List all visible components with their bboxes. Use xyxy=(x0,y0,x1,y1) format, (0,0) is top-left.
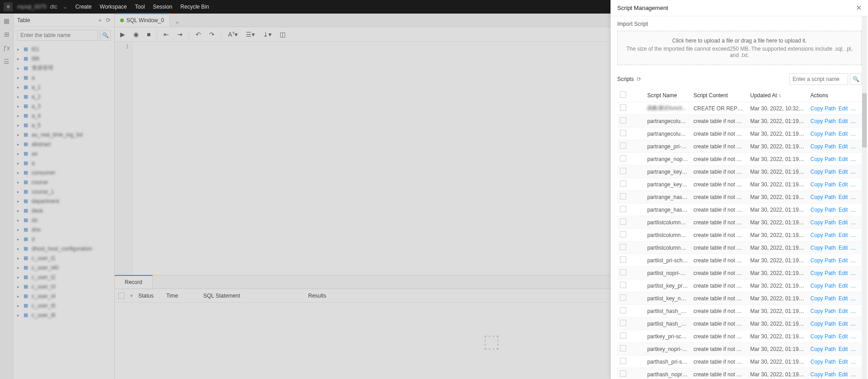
copy-path-link[interactable]: Copy Path xyxy=(811,207,836,213)
script-row[interactable]: partlist_pri-sche...create table if not … xyxy=(617,254,862,267)
copy-path-link[interactable]: Copy Path xyxy=(811,371,836,378)
copy-path-link[interactable]: Copy Path xyxy=(811,257,836,264)
script-row[interactable]: partlistcolumns_p...create table if not … xyxy=(617,229,862,242)
script-row[interactable]: partrange_key_pri...create table if not … xyxy=(617,166,862,178)
rail-task-icon[interactable]: ☰ xyxy=(4,58,9,65)
more-actions-icon[interactable]: … xyxy=(850,321,856,327)
more-actions-icon[interactable]: … xyxy=(850,371,856,378)
table-tree[interactable]: ▸t01▸t99▸资源管理▸a▸a_1▸a_2▸a_3▸a_4▸a_5▸au_r… xyxy=(14,43,114,379)
script-row[interactable]: parthash_pri-sch...create table if not e… xyxy=(617,355,862,368)
row-checkbox[interactable] xyxy=(620,332,626,339)
table-item[interactable]: ▸t01 xyxy=(14,44,114,54)
col-script-content[interactable]: Script Content xyxy=(691,89,748,102)
row-checkbox[interactable] xyxy=(620,294,626,301)
dedent-icon[interactable]: ⇤ xyxy=(162,30,171,39)
menu-recycle-bin[interactable]: Recycle Bin xyxy=(180,4,209,10)
run-plan-icon[interactable]: ◉ xyxy=(131,30,141,39)
edit-link[interactable]: Edit xyxy=(839,118,848,124)
table-item[interactable]: ▸t99 xyxy=(14,54,114,63)
script-row[interactable]: 函数测试functi...CREATE OR REPLACE func...Ma… xyxy=(617,102,862,115)
more-actions-icon[interactable]: … xyxy=(850,270,856,276)
edit-link[interactable]: Edit xyxy=(839,143,848,150)
row-checkbox[interactable] xyxy=(620,244,626,250)
table-item[interactable]: ▸c_user_t2 xyxy=(14,272,114,282)
script-row[interactable]: partrange_hash_p...create table if not e… xyxy=(617,191,862,204)
upload-dropzone[interactable]: Click here to upload a file or drag a fi… xyxy=(617,31,862,65)
copy-path-link[interactable]: Copy Path xyxy=(811,181,836,188)
edit-link[interactable]: Edit xyxy=(839,346,848,352)
row-checkbox[interactable] xyxy=(620,282,626,288)
close-icon[interactable]: ✕ xyxy=(856,4,862,12)
row-checkbox[interactable] xyxy=(620,320,626,326)
col-script-name[interactable]: Script Name xyxy=(644,89,690,102)
copy-path-link[interactable]: Copy Path xyxy=(811,219,836,226)
table-item[interactable]: ▸c_user_t4 xyxy=(14,291,114,301)
row-checkbox[interactable] xyxy=(620,307,626,313)
undo-icon[interactable]: ↶ xyxy=(194,30,203,39)
edit-link[interactable]: Edit xyxy=(839,295,848,302)
script-row[interactable]: partlist_key_nopri...create table if not… xyxy=(617,292,862,305)
more-actions-icon[interactable]: … xyxy=(850,295,856,302)
script-search-input[interactable] xyxy=(789,73,848,85)
table-item[interactable]: ▸au_real_time_ing_list xyxy=(14,130,114,139)
script-row[interactable]: parthash_nopri-s...create table if not e… xyxy=(617,368,862,379)
tab-sql-window[interactable]: SQL Window_0 xyxy=(115,13,170,27)
edit-link[interactable]: Edit xyxy=(839,283,848,289)
menu-create[interactable]: Create xyxy=(75,4,92,10)
copy-path-link[interactable]: Copy Path xyxy=(811,131,836,137)
table-item[interactable]: ▸do xyxy=(14,215,114,225)
edit-link[interactable]: Edit xyxy=(839,257,848,264)
layout-icon[interactable]: ◫ xyxy=(278,30,287,39)
copy-path-link[interactable]: Copy Path xyxy=(811,283,836,289)
edit-link[interactable]: Edit xyxy=(839,105,848,112)
more-actions-icon[interactable]: … xyxy=(850,131,856,137)
table-item[interactable]: ▸c_user_t6 xyxy=(14,310,114,320)
redo-icon[interactable]: ↷ xyxy=(207,30,216,39)
script-row[interactable]: partlistcolumns_r...create table if not … xyxy=(617,216,862,229)
row-checkbox[interactable] xyxy=(620,155,626,161)
table-item[interactable]: ▸a_2 xyxy=(14,92,114,101)
row-checkbox[interactable] xyxy=(620,130,626,136)
table-item[interactable]: ▸desk xyxy=(14,206,114,215)
script-row[interactable]: partrangecolumn...create table if not ex… xyxy=(617,115,862,128)
copy-path-link[interactable]: Copy Path xyxy=(811,346,836,352)
menu-session[interactable]: Session xyxy=(153,4,173,10)
edit-link[interactable]: Edit xyxy=(839,219,848,226)
menu-tool[interactable]: Tool xyxy=(135,4,145,10)
edit-link[interactable]: Edit xyxy=(839,321,848,327)
copy-path-link[interactable]: Copy Path xyxy=(811,143,836,150)
copy-path-link[interactable]: Copy Path xyxy=(811,359,836,365)
edit-link[interactable]: Edit xyxy=(839,232,848,238)
row-checkbox[interactable] xyxy=(620,180,626,187)
copy-path-link[interactable]: Copy Path xyxy=(811,156,836,162)
table-item[interactable]: ▸c_user_t40 xyxy=(14,263,114,272)
row-checkbox[interactable] xyxy=(620,168,626,174)
row-checkbox[interactable] xyxy=(620,117,626,123)
indent-icon[interactable]: ⇥ xyxy=(175,30,184,39)
copy-path-link[interactable]: Copy Path xyxy=(811,270,836,276)
panel-scrollbar[interactable] xyxy=(862,16,867,379)
copy-path-link[interactable]: Copy Path xyxy=(811,105,836,112)
script-row[interactable]: partrange_pri-sch...create table if not … xyxy=(617,140,862,153)
chevron-down-icon[interactable]: ⌄ xyxy=(63,4,67,10)
more-actions-icon[interactable]: … xyxy=(850,207,856,213)
edit-link[interactable]: Edit xyxy=(839,156,848,162)
plan-icon[interactable]: ☰▾ xyxy=(244,30,257,39)
refresh-icon[interactable]: ⟳ xyxy=(106,17,111,24)
records-tab[interactable]: Record xyxy=(115,275,153,289)
rail-sql-icon[interactable]: ⊞ xyxy=(4,31,9,38)
more-actions-icon[interactable]: … xyxy=(850,359,856,365)
row-checkbox[interactable] xyxy=(620,370,626,377)
records-select-all[interactable] xyxy=(118,293,125,299)
more-actions-icon[interactable]: … xyxy=(850,283,856,289)
more-actions-icon[interactable]: … xyxy=(850,143,856,150)
copy-path-link[interactable]: Copy Path xyxy=(811,321,836,327)
table-item[interactable]: ▸dno xyxy=(14,225,114,234)
more-actions-icon[interactable]: … xyxy=(850,245,856,251)
copy-path-link[interactable]: Copy Path xyxy=(811,232,836,238)
edit-link[interactable]: Edit xyxy=(839,333,848,340)
row-checkbox[interactable] xyxy=(620,358,626,364)
more-actions-icon[interactable]: … xyxy=(850,169,856,175)
more-actions-icon[interactable]: … xyxy=(850,232,856,238)
stop-icon[interactable]: ■ xyxy=(145,30,152,39)
